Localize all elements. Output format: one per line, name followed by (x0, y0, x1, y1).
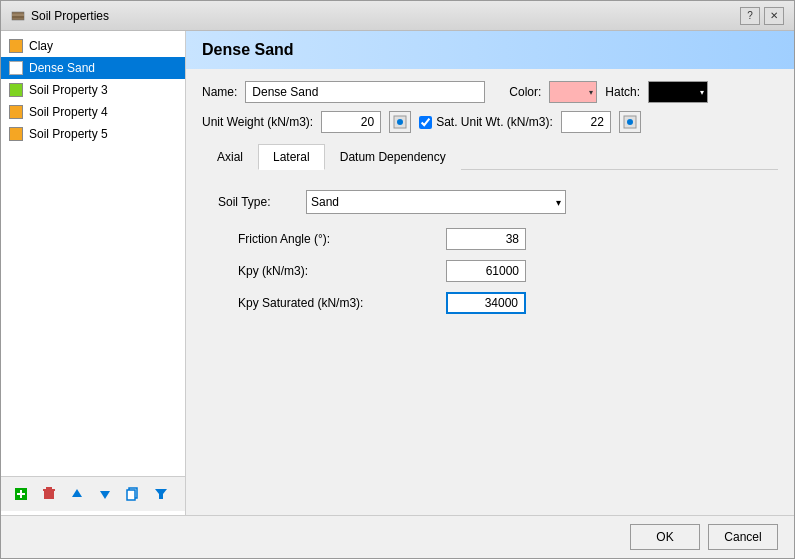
dialog-footer: OK Cancel (1, 515, 794, 558)
add-soil-button[interactable] (9, 483, 33, 505)
soil5-color-swatch (9, 127, 23, 141)
sidebar-item-soil5-label: Soil Property 5 (29, 127, 108, 141)
sat-checkbox[interactable] (419, 116, 432, 129)
color-hatch-section: Color: ▾ Hatch: ▾ (509, 81, 708, 103)
soil3-color-swatch (9, 83, 23, 97)
name-row: Name: Color: ▾ Hatch: ▾ (202, 81, 778, 103)
move-up-button[interactable] (65, 483, 89, 505)
svg-rect-8 (46, 487, 52, 489)
unit-weight-input[interactable] (321, 111, 381, 133)
sidebar-item-dense-sand-label: Dense Sand (29, 61, 95, 75)
sat-weight-input[interactable] (561, 111, 611, 133)
soil4-color-swatch (9, 105, 23, 119)
property-title: Dense Sand (202, 41, 294, 59)
sidebar-footer (1, 476, 185, 511)
clay-color-swatch (9, 39, 23, 53)
soil-type-label: Soil Type: (218, 195, 298, 209)
svg-marker-9 (72, 489, 82, 497)
ok-button[interactable]: OK (630, 524, 700, 550)
app-icon (11, 9, 25, 23)
tab-datum[interactable]: Datum Dependency (325, 144, 461, 170)
sidebar-item-soil3[interactable]: Soil Property 3 (1, 79, 185, 101)
sat-picker-button[interactable] (619, 111, 641, 133)
delete-soil-button[interactable] (37, 483, 61, 505)
tab-axial[interactable]: Axial (202, 144, 258, 170)
move-down-button[interactable] (93, 483, 117, 505)
hatch-preview (658, 85, 700, 99)
close-button[interactable]: ✕ (764, 7, 784, 25)
property-form: Name: Color: ▾ Hatch: ▾ (186, 69, 794, 515)
friction-angle-label: Friction Angle (°): (238, 232, 438, 246)
dialog-title: Soil Properties (31, 9, 109, 23)
kpy-row: Kpy (kN/m3): (238, 260, 762, 282)
tab-lateral[interactable]: Lateral (258, 144, 325, 170)
sidebar-item-soil4[interactable]: Soil Property 4 (1, 101, 185, 123)
friction-angle-row: Friction Angle (°): (238, 228, 762, 250)
unit-weight-label: Unit Weight (kN/m3): (202, 115, 313, 129)
kpy-input[interactable] (446, 260, 526, 282)
kpy-label: Kpy (kN/m3): (238, 264, 438, 278)
lateral-tab-content: Soil Type: Sand ▾ Friction Angle (°): (202, 182, 778, 332)
name-label: Name: (202, 85, 237, 99)
hatch-label: Hatch: (605, 85, 640, 99)
color-label: Color: (509, 85, 541, 99)
sidebar-item-soil4-label: Soil Property 4 (29, 105, 108, 119)
sidebar-item-soil3-label: Soil Property 3 (29, 83, 108, 97)
hatch-dropdown-arrow: ▾ (700, 88, 704, 97)
svg-rect-1 (12, 14, 24, 16)
unit-weight-picker-button[interactable] (389, 111, 411, 133)
svg-rect-6 (44, 490, 54, 499)
cancel-button[interactable]: Cancel (708, 524, 778, 550)
sidebar: Clay Dense Sand Soil Property 3 Soil Pro… (1, 31, 186, 515)
svg-rect-12 (127, 490, 135, 500)
unit-weight-row: Unit Weight (kN/m3): Sat. Unit Wt. (kN/m… (202, 111, 778, 133)
kpy-saturated-label: Kpy Saturated (kN/m3): (238, 296, 438, 310)
sidebar-item-soil5[interactable]: Soil Property 5 (1, 123, 185, 145)
svg-point-17 (627, 119, 633, 125)
name-input[interactable] (245, 81, 485, 103)
svg-rect-7 (43, 489, 55, 491)
lateral-fields: Friction Angle (°): Kpy (kN/m3): Kpy Sat… (218, 228, 762, 314)
svg-rect-2 (12, 16, 24, 18)
filter-button[interactable] (149, 483, 173, 505)
soil-properties-dialog: Soil Properties ? ✕ Clay Dense Sand Soil… (0, 0, 795, 559)
title-bar: Soil Properties ? ✕ (1, 1, 794, 31)
color-picker-button[interactable]: ▾ (549, 81, 597, 103)
property-header: Dense Sand (186, 31, 794, 69)
sidebar-item-clay[interactable]: Clay (1, 35, 185, 57)
color-dropdown-arrow: ▾ (589, 88, 593, 97)
help-button[interactable]: ? (740, 7, 760, 25)
soil-type-dropdown[interactable]: Sand ▾ (306, 190, 566, 214)
sat-checkbox-label: Sat. Unit Wt. (kN/m3): (419, 115, 553, 129)
kpy-saturated-input[interactable] (446, 292, 526, 314)
svg-marker-13 (155, 489, 167, 499)
svg-point-15 (397, 119, 403, 125)
title-bar-controls: ? ✕ (740, 7, 784, 25)
dense-sand-color-swatch (9, 61, 23, 75)
sidebar-item-dense-sand[interactable]: Dense Sand (1, 57, 185, 79)
soil-type-row: Soil Type: Sand ▾ (218, 190, 762, 214)
svg-marker-10 (100, 491, 110, 499)
kpy-saturated-row: Kpy Saturated (kN/m3): (238, 292, 762, 314)
color-preview (553, 85, 585, 99)
soil-type-value: Sand (311, 195, 339, 209)
sat-label-text: Sat. Unit Wt. (kN/m3): (436, 115, 553, 129)
hatch-picker-button[interactable]: ▾ (648, 81, 708, 103)
friction-angle-input[interactable] (446, 228, 526, 250)
title-bar-left: Soil Properties (11, 9, 109, 23)
dialog-body: Clay Dense Sand Soil Property 3 Soil Pro… (1, 31, 794, 515)
main-content: Dense Sand Name: Color: ▾ Hatch: (186, 31, 794, 515)
tabs-container: Axial Lateral Datum Dependency (202, 143, 778, 170)
soil-type-arrow: ▾ (556, 197, 561, 208)
copy-button[interactable] (121, 483, 145, 505)
sidebar-item-clay-label: Clay (29, 39, 53, 53)
